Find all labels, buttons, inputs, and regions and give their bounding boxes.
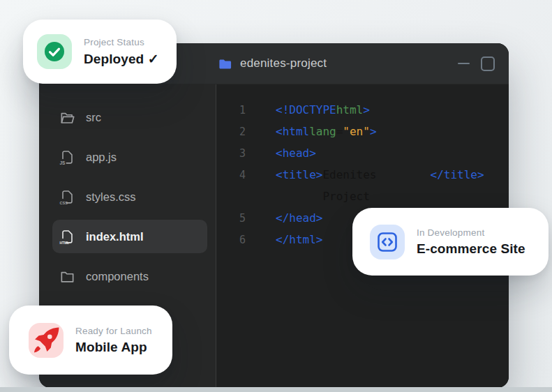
window-title: edenites-project [240, 56, 327, 70]
card-label: Ready for Launch [75, 326, 152, 336]
code-text: </head> [276, 211, 322, 225]
desk-edge [0, 387, 552, 392]
code-token-tag: <head> [276, 146, 316, 160]
sidebar-item-label: src [86, 111, 101, 124]
card-title: Mobile App [75, 340, 152, 355]
code-token-tag: </html> [276, 233, 322, 246]
sidebar-item-src[interactable]: src [52, 100, 207, 134]
svg-text:JS: JS [60, 160, 66, 165]
folder-open-icon [59, 110, 75, 126]
code-text: <title>Edenites </title> [276, 168, 484, 181]
line-number: 1 [216, 104, 246, 116]
file-css-icon: CSS [59, 189, 75, 205]
code-text: <!DOCTYPEhtml> [276, 103, 370, 116]
line-number: 6 [216, 234, 246, 246]
code-line: 1<!DOCTYPEhtml> [216, 99, 509, 121]
code-text: <head> [276, 146, 316, 160]
card-label: Project Status [84, 37, 159, 47]
sidebar-item-components[interactable]: components [52, 259, 207, 293]
line-number: 3 [216, 147, 246, 160]
folder-icon [218, 56, 232, 71]
code-token-tag: > [363, 103, 370, 116]
file-html-icon: HTML [59, 229, 75, 245]
code-icon [370, 225, 405, 259]
code-text: </html> [276, 233, 322, 246]
code-line: 2<htmllang="en"> [216, 121, 509, 142]
folder-closed-icon [59, 269, 75, 285]
card-label: In Development [417, 227, 525, 238]
sidebar-item-index-html[interactable]: HTMLindex.html [52, 220, 207, 253]
code-text: <htmllang="en"> [276, 125, 377, 138]
line-number: 4 [216, 169, 246, 181]
maximize-button[interactable] [481, 56, 495, 71]
svg-text:HTML: HTML [60, 241, 69, 245]
code-token-tag: <html [276, 125, 309, 138]
code-token-tag: <title> [276, 168, 322, 181]
svg-text:CSS: CSS [60, 201, 68, 205]
code-token-tag: </title> [431, 168, 484, 181]
status-card-ready[interactable]: Ready for Launch Mobile App [9, 306, 172, 375]
sidebar-item-label: components [86, 270, 149, 283]
file-js-icon: JS [59, 149, 75, 165]
status-card-deployed[interactable]: Project Status Deployed ✓ [23, 20, 177, 84]
code-token-plain [276, 190, 322, 203]
code-token-faint: Project [322, 190, 369, 203]
line-number: 2 [216, 126, 246, 138]
rocket-icon [29, 323, 64, 358]
code-token-faint: Edenites [322, 168, 376, 181]
minimize-button[interactable] [458, 63, 470, 64]
code-line: 3<head> [216, 142, 509, 164]
sidebar-item-label: index.html [86, 230, 144, 243]
code-line: Project [216, 186, 509, 207]
code-token-tag: </head> [276, 211, 322, 225]
card-title: Deployed ✓ [84, 51, 159, 67]
sidebar-item-label: styles.css [86, 190, 136, 204]
status-card-in-development[interactable]: In Development E-commerce Site [352, 208, 549, 276]
card-title: E-commerce Site [417, 241, 525, 257]
code-token-punct: = [336, 125, 343, 138]
code-token-attr: lang [309, 125, 336, 138]
check-circle-icon [37, 34, 72, 69]
code-token-attr: html [336, 103, 364, 116]
sidebar-item-label: app.js [86, 151, 117, 164]
code-token-tag: > [370, 125, 377, 138]
sidebar-item-app-js[interactable]: JSapp.js [52, 140, 207, 174]
code-token-plain [377, 168, 431, 181]
code-line: 4<title>Edenites </title> [216, 164, 509, 186]
code-text: Project [276, 190, 370, 203]
sidebar-item-styles-css[interactable]: CSSstyles.css [52, 180, 207, 213]
code-token-tag: <!DOCTYPE [276, 103, 336, 116]
code-token-string: "en" [343, 125, 370, 138]
line-number: 5 [216, 212, 246, 225]
